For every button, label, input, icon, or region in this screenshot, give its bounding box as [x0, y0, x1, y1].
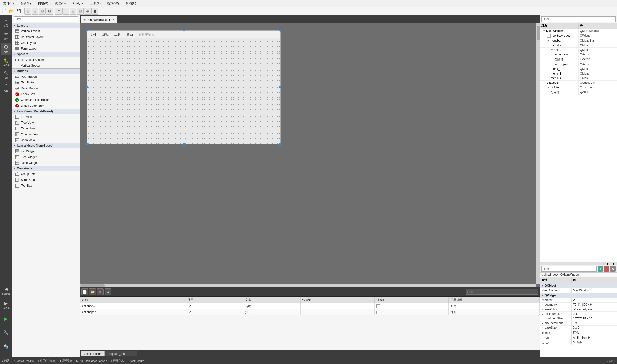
action-used-2[interactable]: ✓: [186, 309, 243, 315]
obj-row-separator1[interactable]: 分隔符 QAction: [540, 57, 617, 62]
prop-more-button[interactable]: ✕: [610, 266, 616, 272]
prop-value-objectname[interactable]: MainWindow: [572, 288, 617, 293]
action-delete-btn[interactable]: ✕: [97, 288, 103, 295]
toolbar-new-btn[interactable]: 📄: [1, 8, 8, 14]
left-icon-build[interactable]: 🔧: [1, 327, 11, 339]
category-buttons[interactable]: Buttons: [12, 68, 80, 74]
category-item-views[interactable]: Item Views (Model-Based): [12, 109, 80, 114]
status-item-7[interactable]: 8 Test Results: [128, 359, 144, 362]
prop-group-expand-qwidget[interactable]: ▼: [541, 294, 544, 297]
toolbar-btn-4[interactable]: ⊟: [46, 8, 53, 14]
action-col-shortcut[interactable]: 快捷键: [300, 297, 374, 303]
status-item-4[interactable]: 4 编译输出: [60, 359, 72, 363]
obj-row-mainwindow[interactable]: ▼ MainWindow QMainWindow: [540, 29, 617, 33]
handle-bottom-right[interactable]: [280, 143, 281, 145]
designer-tab-mainwindow[interactable]: 🖊 mainwindow.ui ▼ ✕: [81, 16, 117, 23]
status-item-6[interactable]: 6 概要信息: [111, 359, 124, 363]
prop-value-cursor[interactable]: ↖ 箭头: [572, 340, 617, 345]
tab-action-editor[interactable]: Action Editor: [81, 351, 104, 356]
used-checkbox-2[interactable]: ✓: [188, 310, 192, 314]
used-checkbox-1[interactable]: ✓: [188, 304, 192, 308]
prop-expand-font[interactable]: ▶: [541, 337, 544, 339]
tree-expand-menu[interactable]: ▼: [551, 49, 554, 51]
toolbar-btn-9[interactable]: ⊕: [84, 8, 91, 14]
widget-vertical-spacer[interactable]: Vertical Spacer: [12, 63, 80, 68]
prop-value-palette[interactable]: 继承: [572, 330, 617, 336]
prop-row-cursor[interactable]: cursor ↖ 箭头: [540, 340, 617, 345]
prop-add-button[interactable]: +: [598, 266, 603, 272]
tree-expand-menubar[interactable]: ▼: [547, 39, 550, 42]
toolbar-btn-1[interactable]: ⊟: [25, 8, 31, 14]
toolbar-save-btn[interactable]: 💾: [15, 8, 22, 14]
prop-expand-basesize[interactable]: ▶: [541, 327, 544, 329]
widget-command-link-button[interactable]: ▶ Command Link Button: [12, 97, 80, 103]
action-used-1[interactable]: ✓: [186, 303, 243, 309]
obj-row-menu2[interactable]: menu_2 QMenu: [540, 67, 617, 71]
prop-value-maximumsize[interactable]: 16777215 x 16...: [572, 316, 617, 321]
widget-list-widget[interactable]: List Widget: [12, 148, 80, 154]
action-new-btn[interactable]: 📄: [81, 288, 88, 295]
action-col-tooltip[interactable]: 工具提示: [449, 297, 540, 303]
widget-tree-widget[interactable]: 🌿 Tree Widget: [12, 154, 80, 160]
form-menu-tools[interactable]: 工具: [114, 32, 122, 37]
obj-row-menufile[interactable]: menufile QMenu: [540, 43, 617, 48]
obj-scroll-left[interactable]: ◀: [604, 262, 610, 265]
left-icon-projects[interactable]: 🔨 项目: [1, 69, 11, 81]
widget-group-box[interactable]: GB Group Box: [12, 171, 80, 177]
prop-row-maximumsize[interactable]: ▶ maximumSize 16777215 x 16...: [540, 316, 617, 321]
widget-tool-button[interactable]: ⬛ Tool Button: [12, 80, 80, 85]
obj-row-toolbar[interactable]: ▼ toolBar QToolBar: [540, 85, 617, 90]
prop-row-basesize[interactable]: ▶ baseSize 0 x 0: [540, 325, 617, 330]
obj-row-statusbar[interactable]: statusbar QStatusBar: [540, 81, 617, 85]
obj-row-menu[interactable]: ▼ menu QMenu: [540, 48, 617, 52]
checkable-checkbox-1[interactable]: [376, 304, 380, 308]
action-checkable-1[interactable]: [374, 303, 449, 309]
action-checkable-2[interactable]: [374, 309, 449, 315]
toolbar-btn-3[interactable]: ⊟: [39, 8, 46, 14]
obj-row-menu4[interactable]: menu_4 QMenu: [540, 76, 617, 81]
action-row-2[interactable]: actionopen ✓ 打开 打开: [80, 309, 540, 315]
prop-value-enabled[interactable]: ✓: [572, 298, 617, 302]
status-item-5[interactable]: 5 QML Debugger Console: [76, 359, 107, 362]
handle-bottom-mid[interactable]: [183, 143, 185, 145]
action-col-name[interactable]: 名称: [80, 297, 186, 303]
canvas-vscrollbar[interactable]: [536, 23, 540, 284]
obj-row-menu3[interactable]: menu_3 QMenu: [540, 71, 617, 76]
status-item-2[interactable]: 2 Search Results: [13, 359, 34, 362]
left-icon-help[interactable]: ? 帮助: [1, 82, 11, 94]
prop-expand-sizepolicy[interactable]: ▶: [541, 308, 544, 311]
menubar-item-analyze[interactable]: Analyze: [71, 1, 85, 6]
prop-row-sizeincrement[interactable]: ▶ sizeIncrement 0 x 0: [540, 321, 617, 325]
prop-row-enabled[interactable]: enabled ✓: [540, 298, 617, 302]
prop-value-sizeincrement[interactable]: 0 x 0: [572, 321, 617, 325]
left-icon-edit[interactable]: ✏ 编辑: [1, 29, 11, 42]
widget-list-view[interactable]: List View: [12, 114, 80, 120]
prop-row-palette[interactable]: palette 继承: [540, 330, 617, 336]
prop-row-minimumsize[interactable]: ▶ minimumSize 0 x 0: [540, 312, 617, 316]
left-icon-design[interactable]: ⬡ 设计: [1, 43, 11, 55]
widget-form-layout[interactable]: Form Layout: [12, 46, 80, 52]
prop-row-objectname[interactable]: objectName MainWindow: [540, 288, 617, 293]
menubar-item-edit[interactable]: 编辑(E): [19, 1, 32, 6]
obj-filter-input[interactable]: [541, 16, 616, 22]
widget-vertical-layout[interactable]: Vertical Layout: [12, 28, 80, 34]
toolbar-open-btn[interactable]: 📂: [8, 8, 15, 14]
toolbar-btn-7[interactable]: ⊞: [70, 8, 77, 14]
prop-group-expand-qobject[interactable]: ▼: [541, 285, 544, 287]
obj-row-centralwidget[interactable]: centralwidget QWidget: [540, 33, 617, 39]
widget-table-widget[interactable]: Table Widget: [12, 160, 80, 166]
category-item-widgets[interactable]: Item Widgets (Item-Based): [12, 143, 80, 148]
status-item-1[interactable]: 1 问题: [2, 359, 9, 363]
handle-bottom-left[interactable]: [86, 143, 88, 145]
obj-row-actionopen[interactable]: acti...open QAction: [540, 62, 617, 67]
tab-signals-slots[interactable]: Signals _Slots Ed···: [105, 351, 137, 356]
menubar-item-debug[interactable]: 调试(D): [53, 1, 67, 6]
left-icon-debug[interactable]: 🐛 Debug: [1, 56, 11, 68]
widget-dialog-button-box[interactable]: ✕ Dialog Button Box: [12, 103, 80, 109]
menubar-item-build[interactable]: 构建(B): [36, 1, 50, 6]
form-menu-type-here[interactable]: 在这里输入: [138, 32, 155, 37]
prop-value-font[interactable]: A [SimSun, 9]: [572, 336, 617, 340]
prop-remove-button[interactable]: −: [604, 266, 609, 272]
prop-row-font[interactable]: ▶ font A [SimSun, 9]: [540, 336, 617, 340]
widget-horizontal-spacer[interactable]: Horizontal Spacer: [12, 57, 80, 63]
